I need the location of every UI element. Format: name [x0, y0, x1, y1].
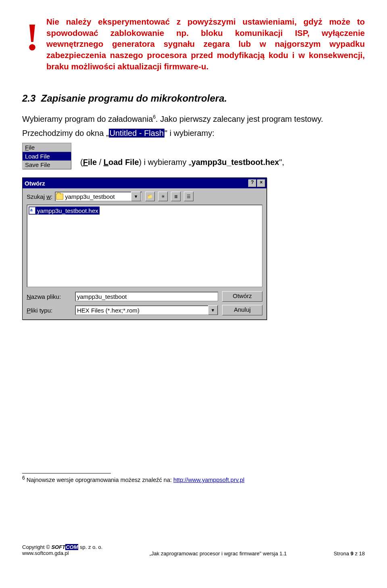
close-button[interactable]: ×: [257, 179, 265, 187]
para2-b: " i wybieramy:: [164, 129, 214, 138]
file-menu[interactable]: File Load File Save File: [22, 143, 71, 169]
file-menu-caption: (File / Load File) i wybieramy „yampp3u_…: [80, 158, 284, 169]
li-pre: Szukaj: [27, 193, 46, 200]
footnote-6: 6 Najnowsze wersje oprogramowania możesz…: [22, 475, 365, 483]
fn-r: azwa pliku:: [31, 293, 61, 300]
list-item[interactable]: yampp3u_testboot.hex: [29, 206, 100, 215]
para1-a: Wybieramy program do załadowania: [22, 115, 153, 123]
cap-file-u: F: [83, 158, 88, 167]
cap-load-u: L: [104, 158, 108, 167]
para1-b: . Jako pierwszy zalecany jest program te…: [156, 115, 323, 123]
list-view-button[interactable]: ≣: [171, 192, 181, 201]
ft-r: liki typu:: [31, 307, 52, 314]
fn-u: N: [27, 293, 31, 300]
section-title: Zapisanie programu do mikrokontrolera.: [41, 93, 227, 104]
lookin-value: yampp3u_testboot: [65, 193, 114, 200]
footer-url: www.softcom.gda.pl: [22, 550, 69, 556]
fp-pre: Strona: [334, 550, 351, 557]
cap-end: ",: [279, 158, 284, 167]
cap-file-r: ile: [88, 158, 97, 167]
filetype-value: HEX Files (*.hex;*.rom): [75, 307, 208, 314]
footer-right: Strona 9 z 18: [334, 550, 365, 557]
open-button[interactable]: Otwórz: [222, 291, 262, 302]
page-number: 9: [351, 550, 354, 557]
lookin-label: Szukaj w:: [27, 193, 52, 200]
folder-up-icon: 📁: [147, 194, 153, 199]
footer-left: Copyright © SOFTCOM sp. z o. o. www.soft…: [22, 544, 102, 557]
details-icon: ☰: [187, 194, 191, 199]
filetype-combo[interactable]: HEX Files (*.hex;*.rom) ▼: [75, 305, 218, 315]
footnote-link[interactable]: http://www.yamppsoft.prv.pl: [173, 477, 244, 483]
filename-input[interactable]: yampp3u_testboot: [75, 292, 218, 301]
dialog-title: Otwórz: [24, 180, 248, 187]
dialog-titlebar[interactable]: Otwórz ? ×: [23, 178, 266, 188]
file-icon: [29, 207, 35, 214]
brand-com: COM: [65, 544, 78, 550]
footnote-number: 6: [22, 475, 25, 481]
lookin-combo[interactable]: yampp3u_testboot ▼: [55, 192, 142, 201]
li-post: :: [51, 193, 52, 200]
fcr-pre: Copyright ©: [22, 544, 51, 550]
file-list[interactable]: yampp3u_testboot.hex: [27, 204, 262, 287]
paragraph-2: Przechodzimy do okna „Untitled - Flash" …: [22, 128, 365, 139]
ob-u: O: [233, 292, 237, 299]
file-menu-dropdown: Load File Save File: [23, 152, 71, 169]
li-u: w: [46, 193, 51, 200]
cap-mid: /: [97, 158, 104, 167]
cap-load-r: oad File: [108, 158, 139, 167]
fcr-post: sp. z o. o.: [78, 544, 102, 550]
open-dialog: Otwórz ? × Szukaj w: yampp3u_testboot ▼ …: [22, 177, 267, 320]
new-folder-button[interactable]: ✳: [158, 192, 168, 201]
ob-r: twórz: [237, 292, 252, 299]
new-folder-icon: ✳: [161, 194, 165, 199]
up-one-level-button[interactable]: 📁: [145, 192, 155, 201]
filename-value: yampp3u_testboot: [77, 293, 127, 300]
list-icon: ≣: [174, 194, 178, 199]
brand-soft: SOFT: [51, 544, 65, 550]
para2-a: Przechodzimy do okna „: [22, 129, 109, 138]
fmt-u: F: [25, 144, 29, 151]
section-heading: 2.3 Zapisanie programu do mikrokontroler…: [22, 93, 365, 104]
folder-icon: [56, 194, 63, 200]
menu-item-save-file[interactable]: Save File: [23, 161, 71, 169]
ft-u: P: [27, 307, 31, 314]
help-button[interactable]: ?: [248, 179, 256, 187]
footnote-text: Najnowsze wersje oprogramowania możesz z…: [25, 477, 173, 483]
window-title-highlight: Untitled - Flash: [109, 129, 165, 138]
file-menu-title[interactable]: File: [23, 143, 71, 152]
details-view-button[interactable]: ☰: [184, 192, 194, 201]
cap-fname: yampp3u_testboot.hex: [191, 158, 279, 167]
footnote-rule: [22, 473, 111, 473]
cancel-button[interactable]: Anuluj: [222, 305, 262, 315]
list-item-label: yampp3u_testboot.hex: [37, 207, 98, 214]
combo-dropdown-button[interactable]: ▼: [131, 192, 141, 201]
fmt-post: ile: [29, 144, 35, 151]
warning-text: Nie należy eksperymentować z powyższymi …: [46, 16, 365, 72]
page-footer: Copyright © SOFTCOM sp. z o. o. www.soft…: [22, 544, 365, 557]
section-number: 2.3: [22, 93, 35, 104]
footer-center: „Jak zaprogramowac procesor i wgrac firm…: [102, 550, 333, 557]
cap-post: ) i wybieramy „: [139, 158, 191, 167]
paragraph-1: Wybieramy program do załadowania6. Jako …: [22, 114, 365, 125]
filename-label: Nazwa pliku:: [27, 293, 71, 300]
filetype-dropdown-button[interactable]: ▼: [208, 305, 218, 315]
menu-item-load-file[interactable]: Load File: [23, 152, 71, 161]
warning-mark: !: [22, 19, 42, 55]
filetype-label: Pliki typu:: [27, 307, 71, 314]
fp-post: z 18: [354, 550, 365, 557]
cap-pre: (: [80, 158, 83, 167]
